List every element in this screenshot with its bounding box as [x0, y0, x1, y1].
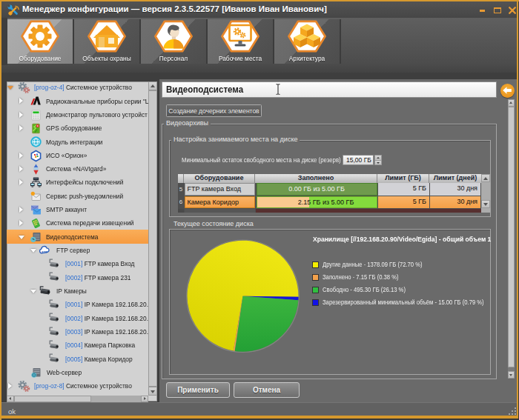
svg-text:FTP: FTP	[42, 250, 47, 254]
